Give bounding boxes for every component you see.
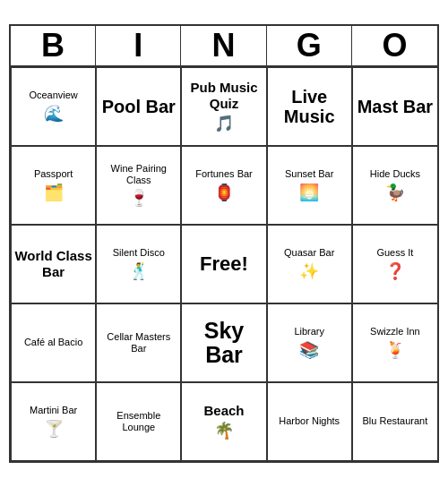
bingo-cell-15[interactable]: Café al Bacio [11,303,96,382]
bingo-cell-17[interactable]: Sky Bar [181,303,266,382]
cell-label: Cellar Masters Bar [99,331,177,355]
bingo-cell-18[interactable]: Library📚 [267,303,352,382]
cell-label: Mast Bar [358,97,433,116]
bingo-cell-2[interactable]: Pub Music Quiz🎵 [181,67,266,146]
cell-emoji: 🏮 [214,183,234,202]
bingo-cell-1[interactable]: Pool Bar [96,67,181,146]
free-space: Free! [200,252,248,276]
cell-emoji: 📚 [299,340,319,360]
bingo-cell-11[interactable]: Silent Disco🕺 [96,225,181,303]
bingo-cell-14[interactable]: Guess It❓ [352,225,437,303]
cell-label: Passport [34,168,73,180]
bingo-letter-g: G [267,26,352,65]
bingo-cell-4[interactable]: Mast Bar [352,67,437,146]
bingo-cell-3[interactable]: Live Music [267,67,352,146]
cell-label: Beach [203,403,244,419]
bingo-card: BINGO Oceanview🌊Pool BarPub Music Quiz🎵L… [9,24,439,463]
bingo-cell-13[interactable]: Quasar Bar✨ [267,225,352,303]
cell-label: Guess It [376,247,413,259]
cell-label: Martini Bar [30,405,77,416]
cell-emoji: 🍸 [44,419,64,439]
cell-emoji: 🗂️ [44,183,64,202]
cell-label: Silent Disco [113,247,165,259]
bingo-header: BINGO [11,26,437,67]
bingo-cell-9[interactable]: Hide Ducks🦆 [352,146,437,225]
cell-label: Quasar Bar [284,247,334,259]
bingo-cell-12[interactable]: Free! [181,225,266,303]
cell-emoji: 🎵 [214,114,234,133]
cell-label: Sky Bar [185,319,263,368]
cell-label: Wine Pairing Class [99,163,177,186]
bingo-letter-i: I [96,26,181,65]
bingo-cell-23[interactable]: Harbor Nights [267,382,352,461]
bingo-letter-o: O [352,26,437,65]
cell-emoji: ❓ [385,261,405,281]
cell-label: Ensemble Lounge [99,410,177,433]
cell-emoji: 🍷 [129,188,149,208]
cell-label: Blu Restaurant [363,415,428,427]
cell-emoji: 🕺 [129,261,149,281]
cell-label: Hide Ducks [370,168,420,180]
cell-label: Swizzle Inn [370,326,420,337]
bingo-cell-21[interactable]: Ensemble Lounge [96,382,181,461]
bingo-cell-5[interactable]: Passport🗂️ [11,146,96,225]
bingo-cell-0[interactable]: Oceanview🌊 [11,67,96,146]
bingo-cell-8[interactable]: Sunset Bar🌅 [267,146,352,225]
cell-emoji: 🌅 [299,183,319,202]
cell-emoji: 🌊 [44,104,64,124]
bingo-cell-19[interactable]: Swizzle Inn🍹 [352,303,437,382]
bingo-letter-n: N [181,26,266,65]
bingo-cell-10[interactable]: World Class Bar [11,225,96,303]
bingo-cell-20[interactable]: Martini Bar🍸 [11,382,96,461]
bingo-cell-16[interactable]: Cellar Masters Bar [96,303,181,382]
cell-label: Oceanview [29,90,77,101]
cell-label: Café al Bacio [24,337,82,348]
cell-emoji: 🦆 [385,183,405,202]
cell-label: Pool Bar [102,97,176,116]
bingo-cell-6[interactable]: Wine Pairing Class🍷 [96,146,181,225]
bingo-letter-b: B [11,26,96,65]
cell-label: Fortunes Bar [195,168,253,180]
cell-emoji: ✨ [299,261,319,281]
cell-emoji: 🌴 [214,421,234,440]
bingo-cell-7[interactable]: Fortunes Bar🏮 [181,146,266,225]
cell-label: Live Music [271,87,349,126]
cell-emoji: 🍹 [385,340,405,360]
bingo-cell-24[interactable]: Blu Restaurant [352,382,437,461]
cell-label: Harbor Nights [279,415,340,427]
cell-label: World Class Bar [14,248,92,280]
cell-label: Pub Music Quiz [185,80,263,112]
bingo-cell-22[interactable]: Beach🌴 [181,382,266,461]
cell-label: Library [294,326,324,337]
cell-label: Sunset Bar [285,168,333,180]
bingo-grid: Oceanview🌊Pool BarPub Music Quiz🎵Live Mu… [11,67,437,461]
